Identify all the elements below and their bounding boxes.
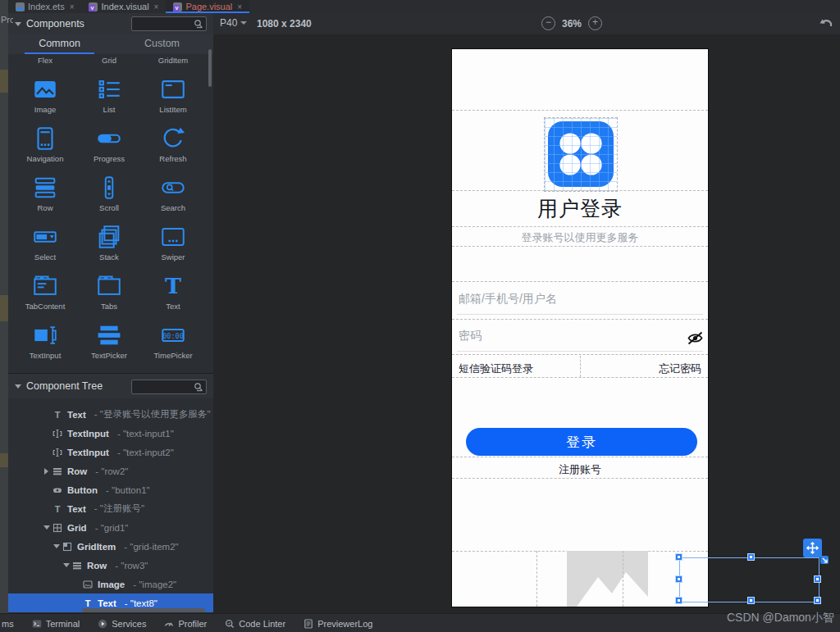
selection-handle[interactable] [814,597,821,604]
component-label[interactable]: GridItem [141,56,205,65]
close-icon[interactable]: × [237,2,242,11]
search-icon [194,19,203,29]
component-progress[interactable]: Progress [77,123,141,172]
tree-item-textinput[interactable]: TextInput - "text-input2" [8,443,214,461]
component-label: TabContent [25,302,66,311]
tree-item-griditem[interactable]: GridItem - "grid-item2" [8,537,214,556]
selection-box[interactable] [679,557,819,602]
component-swiper[interactable]: Swiper [141,221,205,271]
component-select[interactable]: Select [13,221,77,271]
device-selector[interactable]: P40 [220,17,247,29]
components-scrollbar[interactable] [208,49,212,87]
visual-file-icon: V [173,2,182,11]
component-list[interactable]: List [77,74,141,123]
tree-item-text[interactable]: T Text - "登录账号以使用更多服务" [8,405,214,424]
tree-item-image[interactable]: Image - "image2" [8,575,214,593]
username-input[interactable]: 邮箱/手机号/用户名 [459,292,557,307]
tree-item-row[interactable]: Row - "row3" [8,556,214,575]
selection-handle[interactable] [675,553,682,561]
chevron-expanded-icon[interactable] [61,563,71,567]
ets-file-icon [16,2,25,11]
undo-icon[interactable] [819,16,833,29]
tree-search-box[interactable] [131,380,207,394]
statusbar-profiler[interactable]: Profiler [164,619,207,629]
tab-common[interactable]: Common [8,34,111,54]
component-timepicker[interactable]: 00:00 TimePicker [141,320,205,369]
statusbar-terminal[interactable]: Terminal [32,619,80,629]
component-text[interactable]: T Text [141,271,205,320]
zoom-in-button[interactable]: + [588,16,602,30]
svg-text:T: T [55,410,61,420]
statusbar-code-linter[interactable]: Code Linter [225,619,285,629]
selection-handle[interactable] [675,575,682,583]
tab-index-ets[interactable]: Index.ets × [8,0,81,13]
components-search-box[interactable] [131,16,207,31]
selection-handle[interactable] [675,597,682,604]
login-button[interactable]: 登录 [466,428,697,456]
move-handle[interactable] [803,539,822,557]
component-row[interactable]: Row [13,172,77,221]
resize-handle[interactable] [820,556,829,564]
selection-handle[interactable] [814,575,821,583]
listitem-icon [159,75,187,103]
chevron-collapsed-icon[interactable] [41,468,52,475]
list-icon [95,75,123,103]
forgot-password-link[interactable]: 忘记密码 [659,361,701,376]
tab-index-visual[interactable]: V Index.visual × [81,0,166,13]
tab-custom[interactable]: Custom [111,34,213,54]
component-scroll[interactable]: Scroll [77,172,141,221]
register-link[interactable]: 注册账号 [452,462,708,477]
chevron-expanded-icon[interactable] [41,525,52,530]
components-search-input[interactable] [132,19,194,29]
layout-guide [452,478,708,479]
login-title[interactable]: 用户登录 [452,195,708,222]
tree-search-input[interactable] [132,382,194,392]
component-textpicker[interactable]: TextPicker [77,320,141,369]
login-subtitle[interactable]: 登录账号以使用更多服务 [452,230,708,245]
component-tabcontent[interactable]: TabContent [13,271,77,320]
component-image[interactable]: Image [13,74,77,123]
password-visibility-icon[interactable] [687,331,704,345]
zoom-out-button[interactable]: − [541,16,555,30]
component-textinput[interactable]: TextInput [13,320,77,369]
component-search[interactable]: Search [141,172,205,221]
collapse-arrow-icon[interactable] [15,384,21,389]
chevron-expanded-icon[interactable] [51,544,62,548]
collapse-arrow-icon[interactable] [15,22,21,26]
project-tool-label[interactable]: Pro [1,15,13,25]
tree-horizontal-scrollbar[interactable] [82,608,205,612]
tab-page-visual[interactable]: V Page.visual × [166,0,249,13]
component-listitem[interactable]: ListItem [141,74,205,123]
statusbar-previewerlog[interactable]: PreviewerLog [304,619,372,629]
rail-block [0,453,8,467]
image-placeholder[interactable] [567,551,648,607]
tree-item-button[interactable]: Button - "button1" [8,480,214,499]
csdn-watermark: CSDN @Damon小智 [727,611,834,625]
component-label[interactable]: Flex [13,56,77,65]
tree-item-grid[interactable]: Grid - "grid1" [8,518,214,537]
password-input[interactable]: 密码 [459,329,482,343]
selection-handle[interactable] [747,597,755,604]
status-partial-label[interactable]: ms [2,619,14,629]
phone-design-canvas[interactable]: 用户登录 登录账号以使用更多服务 邮箱/手机号/用户名 密码 短信验证码登录 忘… [452,49,708,607]
previewer-surface[interactable]: 用户登录 登录账号以使用更多服务 邮箱/手机号/用户名 密码 短信验证码登录 忘… [213,34,840,613]
move-icon [806,541,819,555]
tree-item-text[interactable]: T Text - "注册账号" [8,499,214,518]
previewer-toolbar: P40 1080 x 2340 − 36% + [213,13,840,35]
component-label[interactable]: Grid [77,56,141,65]
close-icon[interactable]: × [70,2,75,11]
statusbar-services[interactable]: Services [98,619,146,629]
selection-handle[interactable] [747,553,755,561]
layout-guide [536,551,537,607]
sms-login-link[interactable]: 短信验证码登录 [459,361,533,376]
component-label: ListItem [159,105,186,114]
component-stack[interactable]: Stack [77,221,141,271]
tree-item-textinput[interactable]: TextInput - "text-input1" [8,424,214,443]
component-tabs[interactable]: Tabs [77,271,141,320]
close-icon[interactable]: × [154,2,159,11]
swiper-icon [159,223,187,251]
tree-item-row[interactable]: Row - "row2" [8,461,214,480]
textinput-icon [52,447,63,458]
component-refresh[interactable]: Refresh [141,123,205,172]
component-navigation[interactable]: Navigation [13,123,77,172]
